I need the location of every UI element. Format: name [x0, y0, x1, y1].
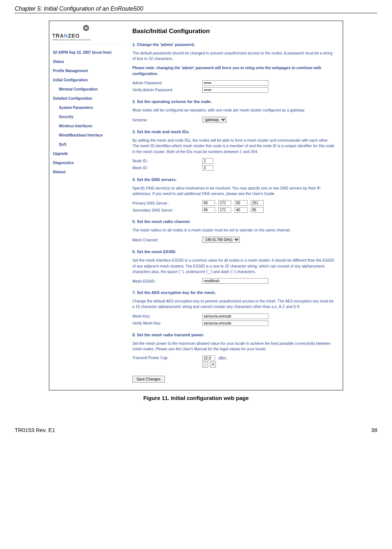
section3-title: 3. Set the node and mesh IDs. — [132, 130, 335, 134]
section4-title: 4. Set the DNS servers. — [132, 177, 335, 182]
section6-text: Set the mesh interface ESSID to a common… — [132, 258, 335, 274]
section1-title: 1. Change the 'admin' password. — [132, 42, 335, 47]
footer-doc-id: TR0153 Rev. E1 — [15, 427, 55, 433]
ip-dot: . — [249, 208, 250, 212]
node-id-input[interactable] — [202, 158, 213, 164]
section5-title: 5. Set the mesh radio channel. — [132, 219, 335, 224]
nav-system-parameters[interactable]: System Parameters — [53, 103, 123, 112]
nav-profile-management[interactable]: Profile Management — [53, 66, 123, 75]
nav-initial-configuration[interactable]: Initial Configuration — [53, 75, 123, 85]
transmit-power-unit: dBm — [218, 356, 227, 360]
nav-diagnostics[interactable]: Diagnostics — [53, 158, 123, 167]
section2-title: 2. Set the operating scheme for the node… — [132, 99, 335, 104]
power-minus-button[interactable]: - — [202, 362, 208, 368]
nav: 02:43PM Sep 10, 2007 (local time) Status… — [49, 44, 123, 177]
primary-dns-3-input[interactable] — [235, 200, 247, 206]
mesh-essid-label: Mesh ESSID: — [132, 279, 202, 283]
secondary-dns-3-input[interactable] — [235, 207, 247, 213]
transmit-power-label: Transmit Power Cap: — [132, 355, 202, 360]
nav-reboot[interactable]: Reboot — [53, 167, 123, 177]
figure-caption: Figure 11. Initial configuration web pag… — [15, 395, 377, 401]
mesh-id-input[interactable] — [202, 165, 213, 171]
nav-wired-backhaul-interface[interactable]: Wired/Backhaul Interface — [53, 131, 123, 140]
section3-text: By setting the mesh and node IDs, the no… — [132, 138, 335, 155]
nav-minimal-configuration[interactable]: Minimal Configuration — [53, 85, 123, 94]
mesh-channel-select[interactable]: 149 (5.745 GHz) — [202, 237, 240, 243]
secondary-dns-2-input[interactable] — [218, 207, 231, 213]
verify-admin-password-label: Verify Admin Password: — [132, 88, 202, 92]
nav-detailed-configuration[interactable]: Detailed Configuration — [53, 94, 123, 103]
scheme-label: Scheme: — [132, 118, 202, 122]
page-title: Basic/Initial Configuration — [132, 28, 335, 35]
verify-mesh-key-input[interactable] — [202, 320, 268, 326]
transmit-power-input[interactable] — [202, 355, 215, 361]
power-plus-button[interactable]: + — [210, 362, 216, 368]
verify-admin-password-input[interactable] — [202, 87, 268, 93]
mesh-channel-label: Mesh Channel: — [132, 238, 202, 242]
verify-mesh-key-label: Verify Mesh Key: — [132, 321, 202, 325]
admin-password-input[interactable] — [202, 80, 268, 86]
admin-password-label: Admin Password: — [132, 81, 202, 85]
scheme-select[interactable]: gateway — [202, 117, 227, 123]
primary-dns-4-input[interactable] — [251, 200, 264, 206]
nav-qos[interactable]: QoS — [53, 140, 123, 149]
nav-timestamp: 02:43PM Sep 10, 2007 (local time) — [53, 48, 123, 57]
logo-swirl-icon — [81, 25, 91, 32]
main-content: Basic/Initial Configuration 1. Change th… — [123, 21, 343, 390]
section2-text: Most nodes will be configured as repeate… — [132, 107, 335, 113]
nav-wireless-interfaces[interactable]: Wireless Interfaces — [53, 121, 123, 131]
node-id-label: Node ID: — [132, 159, 202, 163]
chapter-title: Chapter 5: Initial Configuration of an E… — [15, 6, 377, 12]
primary-dns-1-input[interactable] — [202, 200, 215, 206]
secondary-dns-4-input[interactable] — [251, 207, 264, 213]
section4-text: Specify DNS server(s) to allow hostnames… — [132, 185, 335, 196]
save-changes-button[interactable]: Save Changes — [132, 376, 165, 383]
primary-dns-label: Primary DNS Server : — [132, 201, 202, 205]
section5-text: The mesh radios on all nodes in a mesh c… — [132, 227, 335, 233]
ip-dot: . — [249, 201, 250, 205]
mesh-key-label: Mesh Key: — [132, 314, 202, 318]
secondary-dns-1-input[interactable] — [202, 207, 215, 213]
secondary-dns-label: Secondary DNS Server : — [132, 208, 202, 212]
svg-point-0 — [86, 25, 87, 26]
section8-text: Set the mesh power to the maximum allowe… — [132, 341, 335, 352]
screenshot: TRANZEO WIRELESS TECHNOLOGIES INC. 02:43… — [49, 21, 343, 390]
section7-text: Change the default AES encryption key to… — [132, 298, 335, 309]
sidebar: TRANZEO WIRELESS TECHNOLOGIES INC. 02:43… — [49, 21, 123, 390]
ip-dot: . — [216, 201, 217, 205]
primary-dns-2-input[interactable] — [218, 200, 231, 206]
section6-title: 6. Set the mesh ESSID. — [132, 249, 335, 254]
section7-title: 7. Set the AES encryption key for the me… — [132, 290, 335, 295]
section1-note: Please note: changing the 'admin' passwo… — [132, 65, 335, 76]
ip-dot: . — [232, 208, 234, 212]
footer-page-number: 38 — [371, 427, 377, 433]
mesh-key-input[interactable] — [202, 314, 268, 319]
logo-tagline: WIRELESS TECHNOLOGIES INC. — [52, 39, 120, 41]
mesh-essid-input[interactable] — [202, 278, 268, 284]
mesh-id-label: Mesh ID: — [132, 166, 202, 170]
horizontal-rule — [15, 13, 377, 13]
logo-area: TRANZEO WIRELESS TECHNOLOGIES INC. — [49, 21, 123, 44]
section1-text: The default passwords should be changed … — [132, 50, 335, 61]
nav-upgrade[interactable]: Upgrade — [53, 149, 123, 158]
logo-text: TRANZEO — [52, 33, 120, 39]
nav-security[interactable]: Security — [53, 112, 123, 121]
page-footer: TR0153 Rev. E1 38 — [15, 427, 377, 433]
ip-dot: . — [216, 208, 217, 212]
nav-status[interactable]: Status — [53, 57, 123, 66]
ip-dot: . — [232, 201, 234, 205]
section8-title: 8. Set the mesh radio transmit power. — [132, 333, 335, 337]
